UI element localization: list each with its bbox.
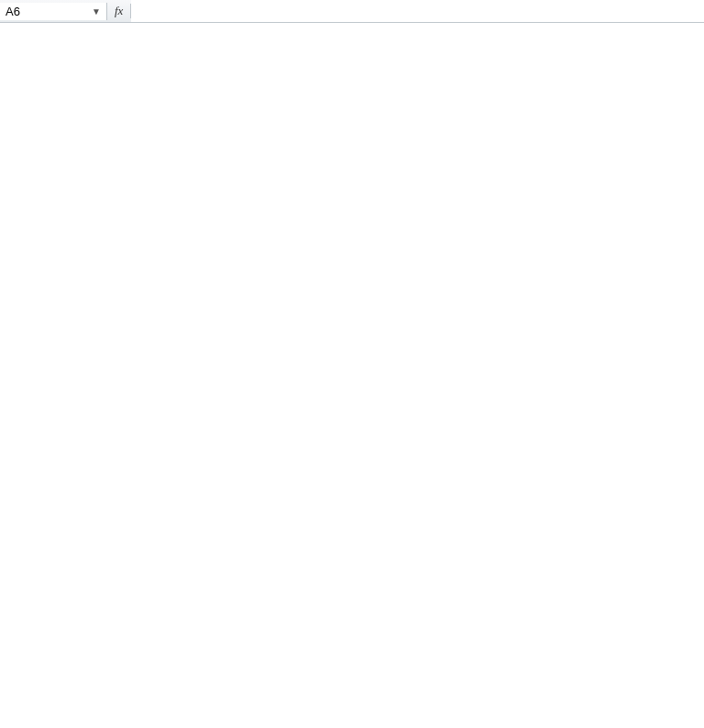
formula-bar: A6 ▼ fx	[0, 0, 704, 23]
name-box[interactable]: A6 ▼	[0, 3, 107, 20]
fx-label[interactable]: fx	[107, 4, 131, 18]
name-box-value: A6	[6, 5, 20, 18]
chevron-down-icon[interactable]: ▼	[92, 6, 101, 17]
formula-input[interactable]	[131, 0, 704, 22]
